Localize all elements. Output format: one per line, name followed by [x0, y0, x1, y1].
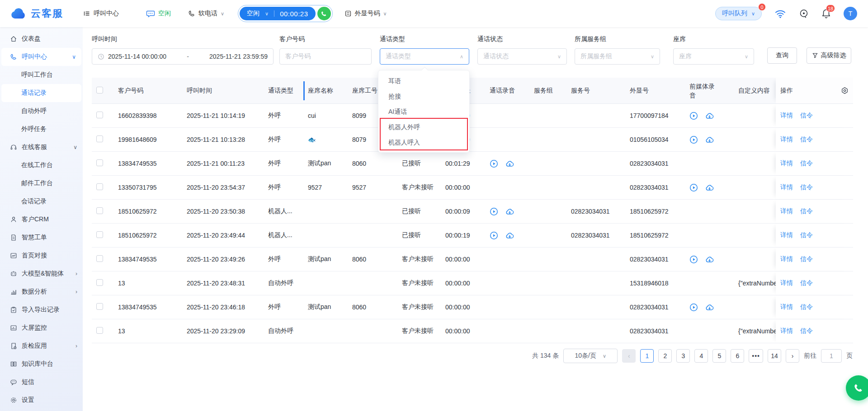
dropdown-option[interactable]: AI通话	[378, 104, 469, 119]
page-button-5[interactable]: 5	[712, 349, 726, 363]
play-audio-icon[interactable]	[689, 112, 698, 120]
sidebar-item-session-records[interactable]: 会话记录	[0, 192, 83, 210]
floating-call-button[interactable]	[846, 375, 868, 401]
avatar[interactable]: T	[844, 7, 857, 20]
detail-link[interactable]: 详情	[780, 207, 793, 215]
call-queue-button[interactable]: 呼叫队列 ∨ 0	[715, 7, 762, 20]
download-audio-icon[interactable]	[705, 112, 714, 120]
page-size-select[interactable]: 10条/页 ∨	[563, 349, 618, 363]
sidebar-item-sms[interactable]: 短信	[0, 373, 83, 391]
signaling-link[interactable]: 信令	[800, 231, 813, 239]
detail-link[interactable]: 详情	[780, 183, 793, 191]
detail-link[interactable]: 详情	[780, 255, 793, 263]
signaling-link[interactable]: 信令	[800, 112, 813, 120]
page-button-1[interactable]: 1	[640, 349, 654, 363]
play-audio-icon[interactable]	[490, 159, 498, 168]
row-checkbox[interactable]	[96, 255, 103, 262]
sidebar-item-call-records[interactable]: 通话记录	[1, 84, 81, 102]
signaling-link[interactable]: 信令	[800, 135, 813, 144]
search-button[interactable]: 查询	[767, 47, 797, 64]
signaling-link[interactable]: 信令	[800, 255, 813, 263]
download-audio-icon[interactable]	[505, 159, 514, 168]
sidebar-item-call-workbench[interactable]: 呼叫工作台	[0, 66, 83, 84]
signaling-link[interactable]: 信令	[800, 183, 813, 191]
row-checkbox[interactable]	[96, 112, 103, 118]
sidebar-item-big-screen[interactable]: 大屏监控	[0, 319, 83, 337]
page-button-4[interactable]: 4	[694, 349, 708, 363]
sidebar-item-llm-agent[interactable]: 大模型&智能体›	[0, 265, 83, 283]
sidebar-item-smart-ticket[interactable]: 智慧工单	[0, 229, 83, 247]
signaling-link[interactable]: 信令	[800, 207, 813, 215]
dropdown-option[interactable]: 机器人外呼	[378, 119, 469, 135]
sidebar-item-outbound-tasks[interactable]: 外呼任务	[0, 120, 83, 138]
agent-state-section[interactable]: 空闲 ∨ 00:00:23	[240, 7, 315, 20]
sidebar-item-call-center[interactable]: 呼叫中心∨	[1, 48, 81, 66]
play-audio-icon[interactable]	[490, 231, 498, 240]
play-audio-icon[interactable]	[689, 135, 698, 144]
sidebar-item-settings[interactable]: 设置	[0, 391, 83, 409]
signaling-link[interactable]: 信令	[800, 327, 813, 335]
customer-number-input[interactable]: 客户号码	[279, 48, 372, 65]
detail-link[interactable]: 详情	[780, 303, 793, 311]
sidebar-item-data-analysis[interactable]: 数据分析›	[0, 283, 83, 301]
detail-link[interactable]: 详情	[780, 112, 793, 120]
sidebar-item-knowledge-base[interactable]: 知识库中台	[0, 355, 83, 373]
dropdown-option[interactable]: 抢接	[378, 89, 469, 104]
page-button-2[interactable]: 2	[658, 349, 672, 363]
download-audio-icon[interactable]	[505, 231, 514, 240]
row-checkbox[interactable]	[96, 135, 103, 142]
column-settings-icon[interactable]	[841, 87, 849, 94]
sidebar-item-dashboard[interactable]: 仪表盘	[0, 30, 83, 48]
download-audio-icon[interactable]	[705, 303, 714, 312]
call-type-select[interactable]: 通话类型 ∧	[380, 48, 469, 65]
row-checkbox[interactable]	[96, 279, 103, 286]
display-number-menu[interactable]: 外显号码 ∨	[344, 9, 387, 18]
sidebar-item-online-workbench[interactable]: 在线工作台	[0, 156, 83, 174]
row-checkbox[interactable]	[96, 183, 103, 190]
signaling-link[interactable]: 信令	[800, 303, 813, 311]
row-checkbox[interactable]	[96, 207, 103, 214]
prev-page-button[interactable]: ‹	[622, 349, 636, 363]
softphone-menu[interactable]: 软电话 ∨	[188, 9, 224, 18]
row-checkbox[interactable]	[96, 303, 103, 310]
download-audio-icon[interactable]	[705, 183, 714, 192]
detail-link[interactable]: 详情	[780, 159, 793, 168]
play-audio-icon[interactable]	[490, 207, 498, 216]
row-checkbox[interactable]	[96, 231, 103, 238]
sidebar-item-homepage-integration[interactable]: 首页对接	[0, 247, 83, 265]
page-button-14[interactable]: 14	[768, 349, 781, 363]
agent-select[interactable]: 座席 ∨	[673, 48, 754, 65]
select-all-checkbox[interactable]	[96, 87, 103, 93]
next-page-button[interactable]: ›	[786, 349, 799, 363]
sidebar-item-auto-outbound[interactable]: 自动外呼	[0, 102, 83, 120]
goto-page-input[interactable]: 1	[821, 349, 842, 363]
wifi-icon[interactable]	[774, 9, 786, 19]
agent-monitor-icon[interactable]	[799, 9, 809, 19]
row-checkbox[interactable]	[96, 159, 103, 166]
sidebar-item-qc-app[interactable]: 质检应用›	[0, 337, 83, 355]
more-pages-button[interactable]: •••	[749, 349, 763, 363]
dropdown-option[interactable]: 耳语	[378, 73, 469, 89]
sidebar-item-email-workbench[interactable]: 邮件工作台	[0, 174, 83, 192]
sidebar-item-import-export[interactable]: 导入导出记录	[0, 301, 83, 319]
page-button-6[interactable]: 6	[731, 349, 744, 363]
download-audio-icon[interactable]	[705, 135, 714, 144]
service-group-select[interactable]: 所属服务组 ∨	[575, 48, 660, 65]
detail-link[interactable]: 详情	[780, 327, 793, 335]
chat-status[interactable]: 空闲	[146, 9, 171, 18]
play-audio-icon[interactable]	[689, 183, 698, 192]
download-audio-icon[interactable]	[705, 255, 714, 264]
page-button-3[interactable]: 3	[676, 349, 690, 363]
play-audio-icon[interactable]	[689, 255, 698, 264]
row-checkbox[interactable]	[96, 327, 103, 334]
play-audio-icon[interactable]	[689, 303, 698, 312]
sidebar-item-customer-crm[interactable]: 客户CRM	[0, 210, 83, 229]
notifications-button[interactable]: 18	[821, 9, 831, 19]
download-audio-icon[interactable]	[505, 207, 514, 216]
dropdown-option[interactable]: 机器人呼入	[378, 135, 469, 150]
date-range-input[interactable]: 2025-11-14 00:00:00 - 2025-11-21 23:59:5…	[92, 48, 274, 65]
call-status-select[interactable]: 通话状态 ∨	[477, 48, 567, 65]
detail-link[interactable]: 详情	[780, 135, 793, 144]
advanced-filter-button[interactable]: 高级筛选	[807, 47, 851, 64]
nav-call-center[interactable]: 呼叫中心	[83, 9, 119, 18]
